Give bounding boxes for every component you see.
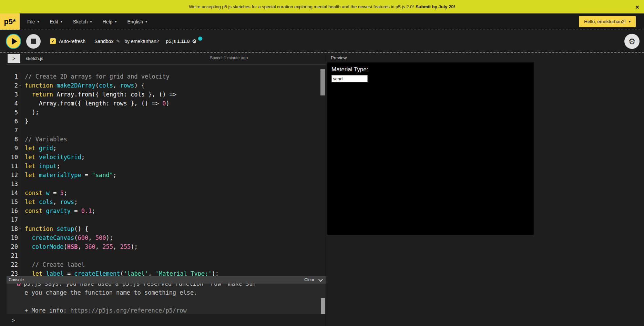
code-line[interactable]: 18▾function setup() { xyxy=(7,224,326,233)
line-number: 1 xyxy=(7,72,21,81)
chevron-down-icon: ▾ xyxy=(38,20,39,23)
console-header[interactable]: Console Clear xyxy=(7,276,326,284)
code-lines: 1// Create 2D arrays for grid and veloci… xyxy=(7,64,326,276)
p5-logo[interactable]: p5* xyxy=(0,13,20,30)
console-prompt-row[interactable]: > xyxy=(7,314,326,326)
sketch-canvas[interactable]: Material Type: xyxy=(327,62,534,235)
code-line[interactable]: 12let materialType = "sand"; xyxy=(7,171,326,180)
code-line[interactable]: 16const gravity = 0.1; xyxy=(7,206,326,215)
update-indicator-dot xyxy=(198,37,202,41)
line-number: 18▾ xyxy=(7,224,21,233)
code-line[interactable]: 5 ); xyxy=(7,108,326,117)
console-line: + More info: https://p5js.org/reference/… xyxy=(7,306,326,314)
line-number: 4 xyxy=(7,99,21,108)
stop-button[interactable] xyxy=(26,34,41,49)
sketch-title: Sandbox xyxy=(94,39,113,44)
edit-pencil-icon[interactable]: ✎ xyxy=(116,39,120,44)
line-number: 9 xyxy=(7,144,21,153)
code-line[interactable]: 23 let label = createElement('label', 'M… xyxy=(7,269,326,276)
p5-version[interactable]: p5.js 1.11.8 ⚙ xyxy=(166,38,197,44)
file-tab-bar: > sketch.js Saved: 1 minute ago xyxy=(7,53,326,64)
line-number: 5 xyxy=(7,108,21,117)
code-line[interactable]: 6} xyxy=(7,117,326,126)
tab-sketch-js[interactable]: sketch.js xyxy=(26,56,43,61)
preferences-button[interactable]: ⚙ xyxy=(624,34,640,49)
console-clear-button[interactable]: Clear xyxy=(304,277,314,282)
auto-refresh-label: Auto-refresh xyxy=(59,39,85,44)
divider xyxy=(326,53,326,326)
author-byline: by emekturhan2 xyxy=(124,39,159,44)
code-line[interactable]: 15let cols, rows; xyxy=(7,197,326,206)
auto-refresh-checkbox[interactable]: ✓ xyxy=(50,38,56,44)
code-line[interactable]: 8// Variables xyxy=(7,135,326,144)
line-number: 13 xyxy=(7,180,21,189)
close-icon[interactable]: × xyxy=(635,3,639,10)
menu-language[interactable]: English ▾ xyxy=(127,19,147,24)
chevron-down-icon[interactable] xyxy=(318,277,323,282)
code-line[interactable]: 9let grid; xyxy=(7,144,326,153)
line-number: 10 xyxy=(7,153,21,162)
check-icon: ✓ xyxy=(51,39,54,44)
menu-sketch[interactable]: Sketch ▾ xyxy=(73,19,92,24)
flower-icon: ✿ xyxy=(16,284,21,287)
prompt-chevron-icon: > xyxy=(12,317,15,324)
preview-title: Preview xyxy=(331,55,347,60)
line-number: 22 xyxy=(7,260,21,269)
banner-cta[interactable]: Submit by July 20! xyxy=(416,4,455,9)
code-line[interactable]: 20 colorMode(HSB, 360, 255, 255); xyxy=(7,242,326,251)
material-type-input[interactable] xyxy=(331,75,368,82)
code-line[interactable]: 11let input; xyxy=(7,162,326,171)
code-line[interactable]: 7 xyxy=(7,126,326,135)
code-line[interactable]: 22 // Create label xyxy=(7,260,326,269)
line-number: 23 xyxy=(7,269,21,276)
line-number: 11 xyxy=(7,162,21,171)
menu-edit[interactable]: Edit ▾ xyxy=(50,19,62,24)
line-number: 7 xyxy=(7,126,21,135)
line-number: 12 xyxy=(7,171,21,180)
console-line: e you change the function name to someth… xyxy=(7,288,326,297)
code-line[interactable]: 21 xyxy=(7,251,326,260)
chevron-right-icon: > xyxy=(13,56,16,61)
menu-help[interactable]: Help ▾ xyxy=(103,19,117,24)
menu-file[interactable]: File ▾ xyxy=(27,19,39,24)
chevron-down-icon: ▾ xyxy=(629,20,631,23)
line-number: 14 xyxy=(7,189,21,197)
toolbar: ✓ Auto-refresh Sandbox ✎ by emekturhan2 … xyxy=(0,30,644,52)
console-scrollbar[interactable] xyxy=(321,298,325,314)
sidebar-expand-button[interactable]: > xyxy=(8,54,20,63)
code-line[interactable]: 19 createCanvas(600, 500); xyxy=(7,233,326,242)
line-number: 2▾ xyxy=(7,81,21,90)
editor-scrollbar[interactable] xyxy=(320,69,325,95)
play-button[interactable] xyxy=(6,34,21,49)
line-number: 17 xyxy=(7,215,21,224)
code-editor[interactable]: 1// Create 2D arrays for grid and veloci… xyxy=(7,64,326,276)
announcement-banner: We're accepting p5.js sketches for a spe… xyxy=(0,0,644,13)
chevron-down-icon: ▾ xyxy=(145,20,147,23)
line-number: 3 xyxy=(7,90,21,99)
p5js-web-editor: We're accepting p5.js sketches for a spe… xyxy=(0,0,644,326)
code-line[interactable]: 13 xyxy=(7,180,326,189)
stop-icon xyxy=(31,39,36,44)
code-line[interactable]: 4 Array.from({ length: rows }, () => 0) xyxy=(7,99,326,108)
code-line[interactable]: 17 xyxy=(7,215,326,224)
play-icon xyxy=(12,38,17,45)
code-line[interactable]: 3 return Array.from({ length: cols }, ()… xyxy=(7,90,326,99)
code-line[interactable]: 14const w = 5; xyxy=(7,189,326,197)
console-line xyxy=(7,297,326,306)
code-line[interactable]: 1// Create 2D arrays for grid and veloci… xyxy=(7,72,326,81)
line-number: 15 xyxy=(7,197,21,206)
menu-bar: File ▾ Edit ▾ Sketch ▾ Help ▾ English ▾ xyxy=(27,19,147,24)
nav-bar: p5* File ▾ Edit ▾ Sketch ▾ Help ▾ Englis… xyxy=(0,13,644,30)
fold-arrow-icon[interactable]: ▾ xyxy=(19,224,21,233)
saved-status: Saved: 1 minute ago xyxy=(210,55,248,60)
line-number: 21 xyxy=(7,251,21,260)
line-number: 19 xyxy=(7,233,21,242)
code-line[interactable]: 10let velocityGrid; xyxy=(7,153,326,162)
line-number: 20 xyxy=(7,242,21,251)
account-button[interactable]: Hello, emekturhan2! ▾ xyxy=(579,16,636,27)
code-line[interactable]: 2▾function make2DArray(cols, rows) { xyxy=(7,81,326,90)
chevron-down-icon: ▾ xyxy=(90,20,92,23)
material-type-label: Material Type: xyxy=(331,66,368,73)
fold-arrow-icon[interactable]: ▾ xyxy=(19,81,21,90)
gear-icon: ⚙ xyxy=(628,37,636,46)
